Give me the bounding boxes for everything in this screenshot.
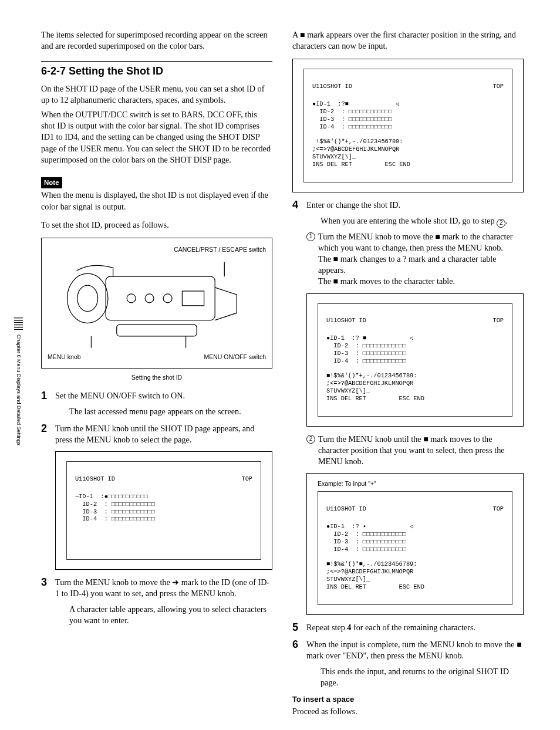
step4-text: Enter or change the shot ID.: [306, 200, 524, 211]
step3-sub: A character table appears, allowing you …: [69, 604, 272, 626]
example-label: Example: To input "+": [318, 479, 512, 488]
svg-point-1: [77, 285, 98, 312]
step6-text: When the input is complete, turn the MEN…: [306, 639, 524, 661]
fig-label-menuswitch: MENU ON/OFF switch: [204, 353, 266, 361]
insert-space-heading: To insert a space: [292, 694, 524, 705]
sidebar-chapter: Chapter 6 Menu Displays and Detailed Set…: [14, 317, 23, 445]
para1: On the SHOT ID page of the USER menu, yo…: [41, 83, 272, 106]
fig-label-menuknob: MENU knob: [48, 353, 81, 361]
proceed: To set the shot ID, proceed as follows.: [41, 219, 272, 231]
svg-rect-2: [106, 276, 215, 320]
step4-sub: When you are entering the whole shot ID,…: [321, 215, 524, 228]
svg-rect-10: [182, 291, 204, 306]
step2-text: Turn the MENU knob until the SHOT ID pag…: [55, 423, 272, 445]
right-intro: A ■ mark appears over the first characte…: [292, 29, 524, 52]
insert-space-text: Proceed as follows.: [292, 706, 524, 717]
screen-c: U11OSHOT IDTOP ●ID-1 :? ■ ◁ ID-2 : □□□□□…: [306, 293, 524, 427]
step-2: Turn the MENU knob until the SHOT ID pag…: [41, 423, 272, 570]
figure-caption: Setting the shot ID: [41, 373, 272, 381]
section-heading: 6-2-7 Setting the Shot ID: [41, 61, 272, 78]
screen-d: Example: To input "+" U11OSHOT IDTOP ●ID…: [306, 473, 524, 614]
substep-2: 2 Turn the MENU knob until the ■ mark mo…: [306, 434, 524, 468]
step6-sub: This ends the input, and returns to the …: [321, 666, 524, 688]
substep-1: 1 Turn the MENU knob to move the ■ mark …: [306, 231, 524, 288]
svg-point-9: [163, 294, 172, 303]
fig-label-cancel: CANCEL/PRST / ESCAPE switch: [48, 245, 266, 254]
para2: When the OUTPUT/DCC switch is set to BAR…: [41, 109, 272, 165]
intro-para: The items selected for superimposed reco…: [41, 29, 272, 52]
sidebar-text: Chapter 6 Menu Displays and Detailed Set…: [15, 334, 22, 445]
step-1: Set the MENU ON/OFF switch to ON. The la…: [41, 390, 272, 417]
step-5: Repeat step 4 for each of the remaining …: [292, 622, 524, 633]
svg-point-8: [145, 294, 154, 303]
step-3: Turn the MENU knob to move the ➜ mark to…: [41, 577, 272, 627]
step1-sub: The last accessed menu page appears on t…: [69, 406, 272, 417]
note-text: When the menu is displayed, the shot ID …: [41, 190, 272, 212]
left-column: The items selected for superimposed reco…: [41, 29, 272, 721]
sub1-c: The ■ mark moves to the character table.: [318, 276, 455, 286]
step-4: Enter or change the shot ID. When you ar…: [292, 200, 524, 615]
step3-text: Turn the MENU knob to move the ➜ mark to…: [55, 577, 272, 599]
sub1-a: Turn the MENU knob to move the ■ mark to…: [318, 232, 513, 252]
figure-camera: CANCEL/PRST / ESCAPE switch MENU knob ME…: [41, 238, 272, 369]
svg-point-0: [67, 273, 107, 323]
note-label: Note: [41, 177, 62, 189]
screen-b: U11OSHOT IDTOP ●ID-1 :?■ ◁ ID-2 : □□□□□□…: [292, 59, 524, 192]
step5-text: Repeat step 4 for each of the remaining …: [306, 622, 524, 633]
sub1-b: The ■ mark changes to a ? mark and a cha…: [318, 254, 497, 275]
step1-text: Set the MENU ON/OFF switch to ON.: [55, 390, 272, 401]
camera-illustration: [48, 255, 266, 349]
svg-rect-3: [117, 325, 197, 336]
sub2-text: Turn the MENU knob until the ■ mark move…: [318, 434, 505, 466]
svg-point-7: [127, 294, 136, 303]
screen-a: U11OSHOT IDTOP →ID-1 :●□□□□□□□□□□□ ID-2 …: [55, 451, 272, 569]
step-6: When the input is complete, turn the MEN…: [292, 639, 524, 689]
right-column: A ■ mark appears over the first characte…: [292, 29, 524, 721]
